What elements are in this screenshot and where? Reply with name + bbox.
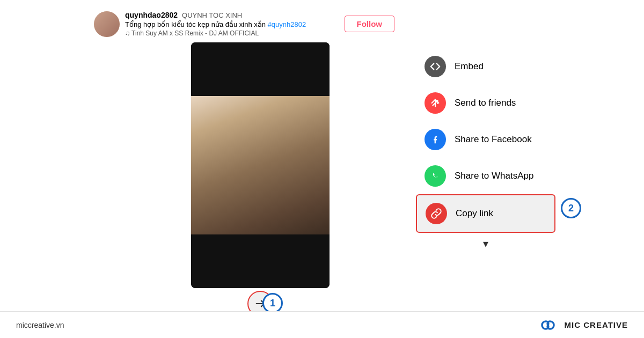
- caption-text: Tổng hợp bốn kiểu tóc kẹp nửa đầu xinh x…: [125, 20, 266, 28]
- share-send-item[interactable]: Send to friends: [416, 85, 555, 121]
- video-player[interactable]: [191, 42, 330, 288]
- facebook-icon-circle: [425, 129, 446, 150]
- show-more-button[interactable]: ▾: [416, 233, 555, 254]
- share-copy-link-item[interactable]: Copy link 2: [416, 194, 555, 233]
- video-bottom-black: [191, 234, 330, 288]
- video-top-black: [191, 42, 330, 96]
- whatsapp-icon-circle: [425, 165, 446, 187]
- share-embed-item[interactable]: Embed: [416, 48, 555, 85]
- embed-icon-circle: [425, 56, 446, 77]
- copy-link-label: Copy link: [456, 208, 493, 219]
- post-container: quynhdao2802 QUYNH TOC XINH Tổng hợp bốn…: [89, 11, 555, 325]
- footer: miccreative.vn MIC CREATIVE: [0, 311, 644, 338]
- send-label: Send to friends: [455, 98, 516, 108]
- chevron-down-icon: ▾: [483, 238, 488, 249]
- hashtag: #quynh2802: [268, 20, 306, 28]
- music-line: ♫ Tinh Suy AM x SS Remix - DJ AM OFFICIA…: [125, 30, 339, 37]
- username-line: quynhdao2802 QUYNH TOC XINH: [125, 11, 339, 19]
- link-icon: [430, 208, 442, 219]
- avatar-image: [94, 11, 120, 37]
- display-name: QUYNH TOC XINH: [182, 11, 242, 19]
- annotation-circle-1: 1: [262, 293, 283, 313]
- footer-brand-name: MIC CREATIVE: [565, 320, 628, 329]
- user-details: quynhdao2802 QUYNH TOC XINH Tổng hợp bốn…: [125, 11, 339, 37]
- username: quynhdao2802: [125, 11, 178, 19]
- facebook-label: Share to Facebook: [455, 134, 532, 145]
- brand-logo-icon: [537, 318, 559, 333]
- embed-label: Embed: [455, 61, 484, 72]
- annotation-circle-2: 2: [561, 198, 581, 218]
- footer-website: miccreative.vn: [16, 321, 64, 329]
- user-info-bar: quynhdao2802 QUYNH TOC XINH Tổng hợp bốn…: [89, 11, 400, 37]
- avatar: [94, 11, 120, 37]
- main-content: quynhdao2802 QUYNH TOC XINH Tổng hợp bốn…: [0, 0, 644, 311]
- video-middle: [191, 96, 330, 234]
- footer-brand-area: MIC CREATIVE: [537, 318, 628, 333]
- video-content: [191, 96, 330, 234]
- copy-link-icon-circle: [426, 203, 447, 224]
- share-facebook-item[interactable]: Share to Facebook: [416, 121, 555, 158]
- caption: Tổng hợp bốn kiểu tóc kẹp nửa đầu xinh x…: [125, 20, 339, 28]
- share-menu: Embed Send to friends: [416, 48, 555, 254]
- whatsapp-icon: [429, 170, 441, 182]
- code-icon: [429, 61, 441, 72]
- left-section: quynhdao2802 QUYNH TOC XINH Tổng hợp bốn…: [89, 11, 400, 325]
- facebook-icon: [429, 134, 441, 145]
- follow-button[interactable]: Follow: [345, 16, 395, 32]
- send-icon: [429, 97, 441, 109]
- whatsapp-label: Share to WhatsApp: [455, 171, 533, 181]
- send-icon-circle: [425, 92, 446, 114]
- share-whatsapp-item[interactable]: Share to WhatsApp: [416, 158, 555, 194]
- svg-point-2: [430, 171, 441, 181]
